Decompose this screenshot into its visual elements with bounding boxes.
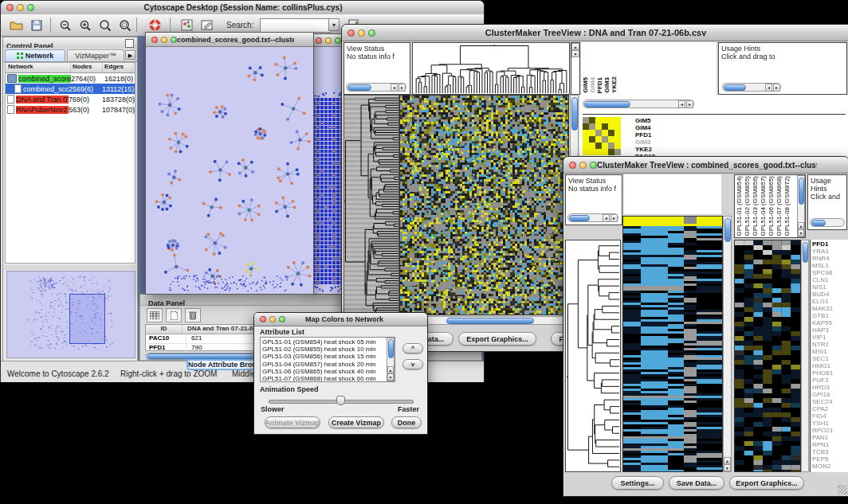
zoom-fit-icon[interactable] bbox=[116, 17, 134, 33]
minimize-button[interactable] bbox=[161, 37, 167, 43]
col-header-nodes[interactable]: Nodes bbox=[71, 63, 103, 72]
tv1-export-graphics-button[interactable]: Export Graphics... bbox=[458, 332, 536, 346]
gene-label[interactable]: SEC1 bbox=[812, 355, 848, 362]
zoom-in-icon[interactable] bbox=[77, 17, 94, 33]
animate-vizmap-button[interactable]: Animate Vizmap bbox=[265, 416, 320, 428]
main-titlebar[interactable]: Cytoscape Desktop (Session Name: collins… bbox=[1, 1, 484, 15]
annotation-icon[interactable] bbox=[198, 17, 216, 33]
open-session-icon[interactable] bbox=[7, 17, 25, 33]
gene-label[interactable]: PHO81 bbox=[812, 369, 848, 377]
zoom-out-icon[interactable] bbox=[57, 17, 74, 33]
tv2-status-hscroll[interactable]: ◂ ▸ bbox=[567, 213, 618, 222]
dialog-titlebar[interactable]: Map Colors to Network bbox=[254, 313, 427, 326]
close-button[interactable] bbox=[6, 4, 14, 11]
gene-label[interactable]: KAP95 bbox=[812, 319, 848, 326]
network-row[interactable]: RNAPuberNov2+563(0)107847(0) bbox=[6, 104, 135, 115]
gene-label[interactable]: RPO21 bbox=[812, 427, 848, 434]
tv1-hints-hscroll[interactable]: ◂ ▸ bbox=[722, 83, 781, 92]
heatmap-canvas[interactable] bbox=[623, 217, 722, 471]
close-button[interactable] bbox=[347, 29, 355, 37]
gene-label[interactable]: CPA2 bbox=[812, 405, 848, 412]
move-down-button[interactable]: v bbox=[402, 359, 423, 369]
vizmapper-icon[interactable] bbox=[178, 17, 195, 33]
zoom-button[interactable] bbox=[279, 316, 285, 322]
close-button[interactable] bbox=[316, 37, 322, 44]
row-tree-canvas[interactable] bbox=[566, 240, 620, 471]
close-button[interactable] bbox=[260, 316, 266, 322]
cluster-matrix-canvas[interactable] bbox=[583, 117, 622, 158]
gene-label[interactable]: ELG1 bbox=[812, 298, 848, 305]
close-button[interactable] bbox=[569, 162, 576, 169]
detail-heatmap-canvas[interactable] bbox=[735, 240, 800, 471]
tv2-collabels-vscroll[interactable]: ▴ ▾ bbox=[797, 175, 805, 237]
search-dropdown-button[interactable]: ▼ bbox=[328, 18, 340, 31]
attribute-select-icon[interactable] bbox=[147, 308, 163, 322]
column-tree-canvas[interactable] bbox=[413, 43, 569, 94]
network-overview-canvas[interactable] bbox=[7, 272, 135, 357]
gene-label[interactable]: PEP5 bbox=[812, 455, 848, 463]
attribute-item[interactable]: GPL51-02 (GSM855) heat shock 10 min bbox=[261, 346, 395, 353]
attribute-item[interactable]: GPL51-01 (GSM854) heat shock 05 min bbox=[261, 338, 395, 346]
gene-label[interactable]: MAK31 bbox=[812, 305, 848, 312]
gene-label[interactable]: HAP3 bbox=[812, 326, 848, 334]
gene-label[interactable]: MSI1 bbox=[812, 348, 848, 355]
resize-grip[interactable] bbox=[838, 485, 847, 494]
zoom-button[interactable] bbox=[335, 37, 341, 44]
data-col-id[interactable]: ID bbox=[146, 325, 183, 334]
attribute-item[interactable]: GPL51-07 (GSM868) heat shock 60 min bbox=[261, 375, 395, 382]
slider-thumb[interactable] bbox=[336, 396, 345, 405]
minimize-button[interactable] bbox=[325, 37, 332, 44]
gene-label[interactable]: GPI16 bbox=[812, 391, 848, 398]
tv1-side-hscroll[interactable]: ◂ ▸ bbox=[583, 100, 694, 108]
minimize-button[interactable] bbox=[579, 162, 587, 169]
network-canvas[interactable] bbox=[146, 47, 312, 293]
gene-label[interactable]: NIS1 bbox=[812, 283, 848, 291]
gene-label[interactable]: HRD3 bbox=[812, 384, 848, 391]
tv2-save-data-button[interactable]: Save Data... bbox=[669, 476, 724, 490]
gene-label[interactable]: NTR2 bbox=[812, 341, 848, 348]
col-header-edges[interactable]: Edges bbox=[103, 63, 135, 72]
tab-vizmapper[interactable]: VizMapper™ bbox=[67, 49, 124, 61]
treeview2-titlebar[interactable]: ClusterMaker TreeView : combined_scores_… bbox=[563, 157, 848, 174]
attribute-item[interactable]: GPL51-03 (GSM856) heat shock 15 min bbox=[261, 353, 395, 360]
tv1-status-hscroll[interactable]: ◂ ▸ bbox=[346, 83, 406, 92]
delete-attribute-icon[interactable] bbox=[185, 308, 201, 322]
gene-label[interactable]: CLN1 bbox=[812, 276, 848, 283]
attribute-list-vscroll[interactable]: ▴ ▾ bbox=[387, 338, 395, 381]
network-row[interactable]: combined_scores2764(0)16218(0) bbox=[6, 73, 135, 84]
gene-label[interactable]: GTB1 bbox=[812, 312, 848, 319]
create-vizmap-button[interactable]: Create Vizmap bbox=[328, 416, 384, 428]
gene-label[interactable]: SEC24 bbox=[812, 398, 848, 405]
heatmap-canvas[interactable] bbox=[400, 96, 568, 315]
tv2-detail-vscroll[interactable] bbox=[801, 240, 809, 472]
zoom-selected-icon[interactable] bbox=[96, 17, 114, 33]
gene-label[interactable]: VIP1 bbox=[812, 334, 848, 341]
gene-label[interactable]: PUF3 bbox=[812, 377, 848, 384]
gene-label[interactable]: BUD4 bbox=[812, 291, 848, 298]
network-row[interactable]: DNA and Tran 07769(0)183728(0) bbox=[6, 94, 135, 104]
move-up-button[interactable]: ^ bbox=[402, 343, 423, 354]
tv2-settings-button[interactable]: Settings... bbox=[611, 476, 664, 490]
gene-label[interactable]: PAN1 bbox=[812, 434, 848, 441]
row-tree-canvas[interactable] bbox=[344, 96, 398, 315]
zoom-button[interactable] bbox=[590, 162, 597, 169]
search-input[interactable] bbox=[260, 18, 332, 33]
gene-label[interactable]: MSL1 bbox=[812, 262, 848, 269]
plugin-manager-icon[interactable] bbox=[146, 17, 163, 33]
col-header-network[interactable]: Network bbox=[6, 63, 71, 72]
gene-label[interactable]: PFD1 bbox=[812, 240, 848, 248]
save-session-icon[interactable] bbox=[28, 17, 45, 33]
minimize-button[interactable] bbox=[269, 316, 276, 322]
network-row[interactable]: combined_sco2569(6)13112(15) bbox=[6, 84, 135, 94]
gene-label[interactable]: HMG1 bbox=[812, 362, 848, 369]
gene-label[interactable]: FIG4 bbox=[812, 412, 848, 420]
gene-label[interactable]: YSH1 bbox=[812, 420, 848, 427]
gene-label[interactable]: TCB3 bbox=[812, 448, 848, 455]
done-button[interactable]: Done bbox=[391, 416, 422, 428]
panel-splitter[interactable] bbox=[5, 265, 135, 270]
gene-label[interactable]: RNR4 bbox=[812, 255, 848, 262]
close-button[interactable] bbox=[151, 37, 158, 43]
attribute-item[interactable]: GPL51-04 (GSM857) heat shock 20 min bbox=[261, 361, 395, 368]
zoom-button[interactable] bbox=[368, 29, 375, 37]
tv2-hints-hscroll[interactable] bbox=[810, 218, 845, 227]
